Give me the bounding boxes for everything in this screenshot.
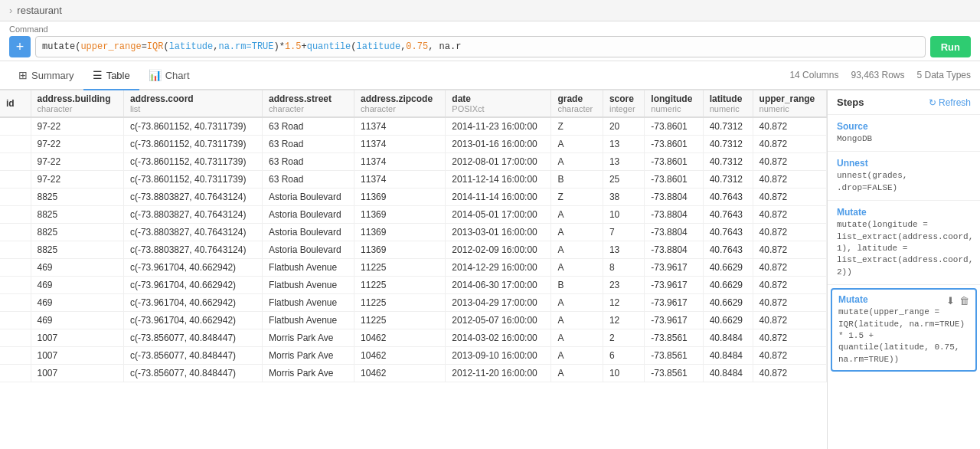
cell-latitude: 40.7312	[703, 171, 753, 188]
cell-grade: A	[551, 153, 603, 171]
cell-date: 2014-12-29 16:00:00	[446, 259, 551, 277]
cell-zipcode: 11374	[354, 153, 446, 171]
table-row[interactable]: 8825 c(-73.8803827, 40.7643124) Astoria …	[0, 241, 827, 259]
cell-grade: B	[551, 171, 603, 188]
sidebar-step-mutate1[interactable]: Mutate mutate(longitude = list_extract(a…	[828, 201, 980, 285]
cell-street: Morris Park Ave	[262, 329, 354, 347]
cell-coord: c(-73.961704, 40.662942)	[123, 312, 262, 329]
cell-grade: A	[551, 347, 603, 365]
cell-zipcode: 11374	[354, 171, 446, 188]
cell-latitude: 40.8484	[703, 329, 753, 347]
cell-coord: c(-73.8803827, 40.7643124)	[123, 241, 262, 259]
code-comma1: ,	[213, 41, 218, 52]
col-date: datePOSIXct	[446, 90, 551, 117]
cell-coord: c(-73.961704, 40.662942)	[123, 259, 262, 277]
cell-id	[0, 277, 31, 294]
sidebar-step-unnest[interactable]: Unnest unnest(grades, .drop=FALSE)	[828, 152, 980, 201]
cell-score: 6	[603, 347, 644, 365]
cell-score: 10	[603, 206, 644, 224]
step-name: Mutate	[838, 294, 868, 305]
cell-date: 2013-01-16 16:00:00	[446, 136, 551, 153]
tab-table[interactable]: ☰ Table	[83, 61, 139, 90]
table-row[interactable]: 469 c(-73.961704, 40.662942) Flatbush Av…	[0, 294, 827, 312]
table-row[interactable]: 1007 c(-73.856077, 40.848447) Morris Par…	[0, 347, 827, 365]
cell-latitude: 40.7643	[703, 206, 753, 224]
refresh-button[interactable]: ↻ Refresh	[929, 97, 971, 108]
data-section[interactable]: id address.buildingcharacter address.coo…	[0, 90, 827, 449]
cell-zipcode: 11369	[354, 224, 446, 241]
table-row[interactable]: 1007 c(-73.856077, 40.848447) Morris Par…	[0, 329, 827, 347]
tabs-row: ⊞ Summary ☰ Table 📊 Chart 14 Columns 93,…	[0, 61, 980, 90]
cell-grade: A	[551, 224, 603, 241]
table-row[interactable]: 97-22 c(-73.8601152, 40.7311739) 63 Road…	[0, 117, 827, 136]
tab-summary[interactable]: ⊞ Summary	[9, 61, 83, 90]
sidebar-step-mutate2[interactable]: Mutate ⬇ 🗑 mutate(upper_range = IQR(lati…	[831, 288, 977, 372]
table-row[interactable]: 1007 c(-73.856077, 40.848447) Morris Par…	[0, 365, 827, 382]
sidebar: Steps ↻ Refresh Source MongoDB Unnest un…	[827, 90, 980, 449]
sidebar-step-source[interactable]: Source MongoDB	[828, 115, 980, 152]
cell-longitude: -73.8561	[645, 347, 703, 365]
table-row[interactable]: 97-22 c(-73.8601152, 40.7311739) 63 Road…	[0, 153, 827, 171]
cell-building: 469	[31, 277, 123, 294]
table-row[interactable]: 97-22 c(-73.8601152, 40.7311739) 63 Road…	[0, 171, 827, 188]
cell-upper-range: 40.872	[753, 347, 826, 365]
cell-latitude: 40.8484	[703, 347, 753, 365]
data-table: id address.buildingcharacter address.coo…	[0, 90, 827, 382]
cell-coord: c(-73.8601152, 40.7311739)	[123, 153, 262, 171]
command-input[interactable]: mutate(upper_range = IQR(latitude, na.rm…	[35, 36, 926, 57]
table-row[interactable]: 97-22 c(-73.8601152, 40.7311739) 63 Road…	[0, 136, 827, 153]
cell-upper-range: 40.872	[753, 206, 826, 224]
cell-longitude: -73.9617	[645, 294, 703, 312]
code-num: 1.5	[285, 41, 302, 52]
add-step-button[interactable]: +	[9, 36, 31, 57]
table-row[interactable]: 8825 c(-73.8803827, 40.7643124) Astoria …	[0, 206, 827, 224]
cell-building: 97-22	[31, 171, 123, 188]
run-button[interactable]: Run	[930, 36, 971, 57]
table-row[interactable]: 469 c(-73.961704, 40.662942) Flatbush Av…	[0, 312, 827, 329]
step-actions: ⬇ 🗑	[946, 295, 969, 306]
cell-grade: A	[551, 259, 603, 277]
cell-street: Astoria Boulevard	[262, 206, 354, 224]
cell-coord: c(-73.856077, 40.848447)	[123, 329, 262, 347]
table-row[interactable]: 469 c(-73.961704, 40.662942) Flatbush Av…	[0, 277, 827, 294]
table-row[interactable]: 8825 c(-73.8803827, 40.7643124) Astoria …	[0, 224, 827, 241]
table-row[interactable]: 8825 c(-73.8803827, 40.7643124) Astoria …	[0, 188, 827, 206]
cell-upper-range: 40.872	[753, 312, 826, 329]
tab-chart[interactable]: 📊 Chart	[139, 61, 199, 90]
cell-coord: c(-73.8601152, 40.7311739)	[123, 117, 262, 136]
code-comma2: ,	[400, 41, 406, 52]
cell-longitude: -73.8561	[645, 329, 703, 347]
cell-latitude: 40.7643	[703, 241, 753, 259]
cell-building: 469	[31, 294, 123, 312]
download-step-button[interactable]: ⬇	[946, 295, 955, 306]
cell-score: 10	[603, 365, 644, 382]
cell-coord: c(-73.8803827, 40.7643124)	[123, 206, 262, 224]
cell-grade: A	[551, 294, 603, 312]
cell-date: 2014-05-01 17:00:00	[446, 206, 551, 224]
table-row[interactable]: 469 c(-73.961704, 40.662942) Flatbush Av…	[0, 259, 827, 277]
cell-upper-range: 40.872	[753, 294, 826, 312]
cell-zipcode: 11374	[354, 136, 446, 153]
step-name: Unnest	[837, 158, 971, 169]
cell-building: 8825	[31, 241, 123, 259]
col-address-street: address.streetcharacter	[262, 90, 354, 117]
cell-grade: Z	[551, 188, 603, 206]
cell-latitude: 40.7312	[703, 117, 753, 136]
cell-latitude: 40.7643	[703, 224, 753, 241]
cell-id	[0, 188, 31, 206]
cell-building: 97-22	[31, 153, 123, 171]
rows-count: 93,463 Rows	[851, 70, 904, 80]
cell-longitude: -73.8561	[645, 365, 703, 382]
cell-id	[0, 329, 31, 347]
delete-step-button[interactable]: 🗑	[959, 295, 969, 306]
cell-building: 469	[31, 312, 123, 329]
cell-upper-range: 40.872	[753, 259, 826, 277]
code-func: IQR	[147, 41, 164, 52]
command-bar: Command + mutate(upper_range = IQR(latit…	[0, 21, 980, 61]
cell-upper-range: 40.872	[753, 136, 826, 153]
chart-icon: 📊	[149, 69, 162, 81]
breadcrumb: › restaurant	[0, 0, 980, 21]
cell-coord: c(-73.8601152, 40.7311739)	[123, 171, 262, 188]
cell-latitude: 40.7643	[703, 188, 753, 206]
cell-grade: A	[551, 136, 603, 153]
